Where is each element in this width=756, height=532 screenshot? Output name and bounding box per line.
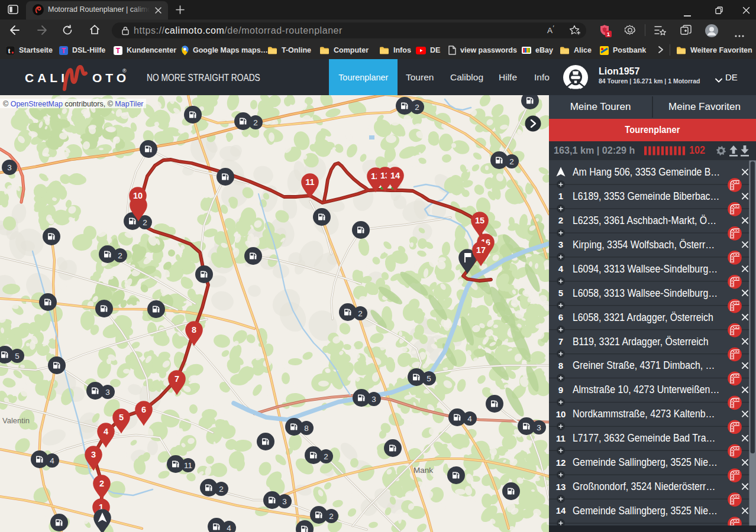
svg-text:Valentin: Valentin xyxy=(2,416,30,425)
svg-text:6: 6 xyxy=(141,405,146,414)
svg-text:1: 1 xyxy=(607,31,610,37)
svg-text:3: 3 xyxy=(282,497,287,506)
svg-text:8: 8 xyxy=(192,325,196,335)
svg-text:4: 4 xyxy=(467,414,472,423)
svg-text:2: 2 xyxy=(118,251,122,260)
svg-text:2: 2 xyxy=(329,512,334,521)
svg-text:t: t xyxy=(8,47,11,55)
svg-text:8: 8 xyxy=(304,424,309,433)
svg-text:3: 3 xyxy=(371,395,376,404)
svg-text:9: 9 xyxy=(558,385,563,395)
svg-text:11: 11 xyxy=(305,177,314,187)
svg-text:7: 7 xyxy=(558,336,563,346)
svg-text:3: 3 xyxy=(558,239,563,249)
svg-text:10: 10 xyxy=(133,191,143,200)
svg-text:T: T xyxy=(62,47,66,55)
svg-text:2: 2 xyxy=(219,485,224,494)
svg-text:3: 3 xyxy=(7,163,12,172)
svg-text:2: 2 xyxy=(253,118,258,127)
svg-text:4: 4 xyxy=(227,524,231,532)
svg-text:12: 12 xyxy=(556,458,566,468)
svg-text:2: 2 xyxy=(99,479,104,488)
svg-text:4: 4 xyxy=(558,264,564,274)
svg-text:14: 14 xyxy=(390,171,400,180)
svg-text:2: 2 xyxy=(143,218,147,227)
svg-text:5: 5 xyxy=(15,352,20,361)
svg-text:11: 11 xyxy=(184,461,192,470)
svg-text:2: 2 xyxy=(509,157,514,166)
svg-text:13: 13 xyxy=(556,482,566,492)
svg-text:3: 3 xyxy=(91,450,96,459)
svg-text:7: 7 xyxy=(175,374,179,384)
svg-text:2: 2 xyxy=(415,103,419,112)
svg-text:6: 6 xyxy=(558,312,563,322)
svg-text:5: 5 xyxy=(427,374,431,383)
svg-text:2: 2 xyxy=(358,309,363,318)
svg-text:17: 17 xyxy=(476,245,486,255)
svg-text:5: 5 xyxy=(558,288,563,298)
svg-text:8: 8 xyxy=(558,361,563,371)
svg-text:11: 11 xyxy=(556,433,566,443)
svg-text:T: T xyxy=(116,47,121,55)
svg-text:15: 15 xyxy=(475,216,484,225)
svg-text:10: 10 xyxy=(556,409,566,419)
svg-text:3: 3 xyxy=(537,423,541,432)
svg-text:5: 5 xyxy=(119,413,124,422)
svg-text:2: 2 xyxy=(324,452,328,461)
svg-text:3: 3 xyxy=(105,388,110,397)
svg-text:Mank: Mank xyxy=(413,466,433,475)
svg-text:1: 1 xyxy=(558,191,563,201)
svg-text:2: 2 xyxy=(558,215,563,225)
svg-text:4: 4 xyxy=(50,456,54,465)
svg-text:14: 14 xyxy=(556,505,566,515)
svg-text:4: 4 xyxy=(104,427,108,436)
svg-text:© OpenStreetMap contributors,: © OpenStreetMap contributors, © MapTiler xyxy=(3,100,144,108)
